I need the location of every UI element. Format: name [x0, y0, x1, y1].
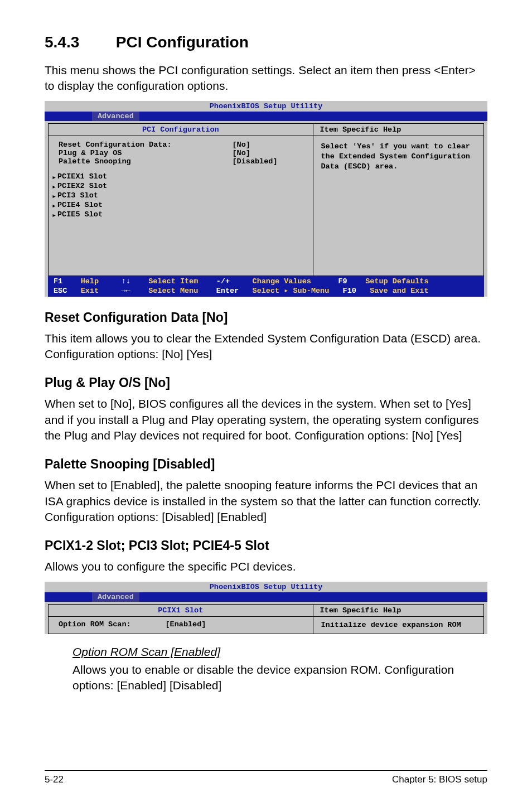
bios-left-panel: PCI Configuration Reset Configuration Da…	[49, 124, 313, 276]
help-text: Initialize device expansion ROM	[313, 617, 483, 634]
setting-label: Option ROM Scan:	[59, 620, 166, 629]
heading-title: PCI Configuration	[116, 33, 249, 51]
bios-frame: PCI Configuration Reset Configuration Da…	[48, 123, 484, 276]
key-f1: F1	[54, 277, 62, 286]
setting-value: [No]	[233, 141, 305, 149]
setting-value: [Enabled]	[166, 620, 305, 629]
footer-change: Change Values	[253, 277, 311, 286]
setting-row[interactable]: Plug & Play OS [No]	[59, 149, 305, 157]
section-text: When set to [No], BIOS configures all th…	[45, 396, 487, 443]
section-text: This item allows you to clear the Extend…	[45, 331, 487, 363]
bios-left-panel: PCIX1 Slot Option ROM Scan: [Enabled]	[49, 605, 313, 634]
setting-label: Palette Snooping	[59, 157, 233, 166]
section-heading: Reset Configuration Data [No]	[45, 310, 487, 325]
help-title: Item Specific Help	[313, 124, 483, 136]
submenu-row[interactable]: ▸PCIE4 Slot	[52, 201, 305, 210]
setting-row[interactable]: Palette Snooping [Disabled]	[59, 157, 305, 166]
page-number: 5-22	[45, 774, 64, 785]
page-heading: 5.4.3 PCI Configuration	[45, 33, 487, 51]
key-pm: -/+	[216, 277, 230, 286]
setting-row[interactable]: Reset Configuration Data: [No]	[59, 141, 305, 149]
panel-title: PCI Configuration	[49, 124, 313, 136]
chapter-label: Chapter 5: BIOS setup	[392, 774, 487, 785]
submenu-row[interactable]: ▸PCIEX2 Slot	[52, 182, 305, 191]
help-text: Select 'Yes' if you want to clear the Ex…	[313, 136, 483, 178]
tab-advanced[interactable]: Advanced	[92, 112, 139, 121]
bios-footer-bar: F1 Help ↑↓ Select Item -/+ Change Values…	[48, 276, 484, 297]
triangle-right-icon: ▸	[52, 172, 57, 182]
footer-exit: Exit	[81, 287, 99, 295]
bios-screenshot-2: PhoenixBIOS Setup Utility Advanced PCIX1…	[45, 582, 487, 634]
setting-label: Reset Configuration Data:	[59, 141, 233, 149]
footer-help: Help	[81, 277, 99, 286]
section-heading: PCIX1-2 Slot; PCI3 Slot; PCIE4-5 Slot	[45, 538, 487, 553]
submenu-label: PCIEX1 Slot	[57, 172, 107, 182]
submenu-label: PCI3 Slot	[57, 191, 98, 201]
key-f9: F9	[338, 277, 347, 286]
setting-row[interactable]: Option ROM Scan: [Enabled]	[59, 620, 305, 629]
bios-title: PhoenixBIOS Setup Utility	[45, 101, 487, 112]
panel-content: Option ROM Scan: [Enabled]	[49, 617, 313, 633]
triangle-right-icon: ▸	[52, 201, 57, 210]
triangle-right-icon: ▸	[52, 182, 57, 191]
section-text: When set to [Enabled], the palette snoop…	[45, 477, 487, 525]
bios-right-panel: Item Specific Help Select 'Yes' if you w…	[313, 124, 483, 276]
subsection: Option ROM Scan [Enabled] Allows you to …	[72, 645, 487, 694]
bios-frame: PCIX1 Slot Option ROM Scan: [Enabled] It…	[48, 604, 484, 634]
key-f10: F10	[343, 287, 356, 295]
triangle-right-icon: ▸	[52, 210, 57, 220]
key-enter: Enter	[216, 287, 239, 295]
page-footer: 5-22 Chapter 5: BIOS setup	[45, 770, 487, 785]
setting-value: [Disabled]	[233, 157, 305, 166]
footer-select-sub: Select ▸ Sub-Menu	[253, 287, 330, 295]
footer-select-menu: Select Menu	[148, 287, 198, 295]
footer-defaults: Setup Defaults	[365, 277, 428, 286]
submenu-row[interactable]: ▸PCIE5 Slot	[52, 210, 305, 220]
bios-tab-bar: Advanced	[45, 592, 487, 602]
subsection-heading: Option ROM Scan [Enabled]	[72, 645, 487, 659]
section-text: Allows you to configure the specific PCI…	[45, 559, 487, 574]
subsection-text: Allows you to enable or disable the devi…	[72, 662, 487, 694]
setting-value: [No]	[233, 149, 305, 157]
bios-tab-bar: Advanced	[45, 112, 487, 121]
submenu-label: PCIEX2 Slot	[57, 182, 107, 191]
spacer	[59, 166, 305, 172]
panel-title: PCIX1 Slot	[49, 605, 313, 617]
submenu-label: PCIE5 Slot	[57, 210, 103, 220]
spacer	[59, 220, 305, 270]
footer-line1: F1 Help ↑↓ Select Item -/+ Change Values…	[54, 277, 478, 295]
arrows-ud-icon: ↑↓	[122, 277, 130, 286]
submenu-row[interactable]: ▸PCIEX1 Slot	[52, 172, 305, 182]
submenu-row[interactable]: ▸PCI3 Slot	[52, 191, 305, 201]
key-esc: ESC	[54, 287, 67, 295]
bios-screenshot-1: PhoenixBIOS Setup Utility Advanced PCI C…	[45, 101, 487, 297]
bios-right-panel: Item Specific Help Initialize device exp…	[313, 605, 483, 634]
bios-title: PhoenixBIOS Setup Utility	[45, 582, 487, 592]
section-heading: Palette Snooping [Disabled]	[45, 457, 487, 472]
arrows-lr-icon: →←	[122, 287, 130, 295]
submenu-label: PCIE4 Slot	[57, 201, 103, 210]
intro-text: This menu shows the PCI configuration se…	[45, 62, 487, 94]
tab-advanced[interactable]: Advanced	[92, 592, 139, 602]
help-title: Item Specific Help	[313, 605, 483, 617]
panel-content: Reset Configuration Data: [No] Plug & Pl…	[49, 136, 313, 276]
setting-label: Plug & Play OS	[59, 149, 233, 157]
heading-number: 5.4.3	[45, 33, 112, 51]
footer-save: Save and Exit	[370, 287, 428, 295]
footer-select-item: Select Item	[148, 277, 198, 286]
section-heading: Plug & Play O/S [No]	[45, 375, 487, 390]
triangle-right-icon: ▸	[52, 191, 57, 201]
